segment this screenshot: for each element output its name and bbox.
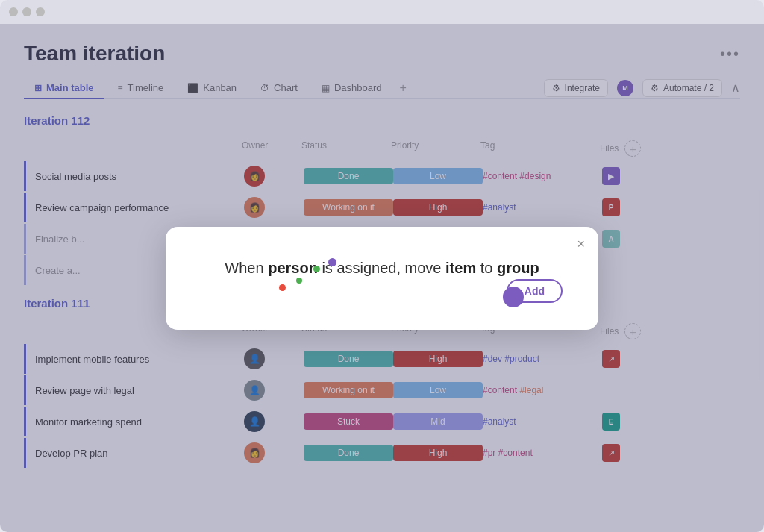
title-bar-dot-1 bbox=[9, 7, 18, 16]
modal-item-keyword: item bbox=[445, 260, 476, 276]
decorative-dot-purple-1 bbox=[328, 258, 336, 266]
modal-card: × When person is assigned, move item to … bbox=[166, 227, 598, 330]
modal-group-keyword: group bbox=[497, 260, 539, 276]
decorative-dot-green-1 bbox=[313, 266, 320, 272]
modal-toggle-indicator bbox=[503, 287, 524, 307]
modal-overlay: × When person is assigned, move item to … bbox=[0, 24, 764, 532]
title-bar-dot-2 bbox=[22, 7, 31, 16]
title-bar bbox=[0, 0, 764, 24]
decorative-dot-red-1 bbox=[279, 284, 286, 291]
modal-close-button[interactable]: × bbox=[577, 237, 585, 251]
modal-person-keyword: person bbox=[268, 260, 318, 276]
main-content: Team iteration ••• ⊞ Main table ≡ Timeli… bbox=[0, 24, 764, 532]
app-window: Team iteration ••• ⊞ Main table ≡ Timeli… bbox=[0, 0, 764, 532]
modal-text: When person is assigned, move item to gr… bbox=[201, 257, 563, 279]
title-bar-dot-3 bbox=[36, 7, 45, 16]
decorative-dot-green-2 bbox=[296, 278, 302, 284]
